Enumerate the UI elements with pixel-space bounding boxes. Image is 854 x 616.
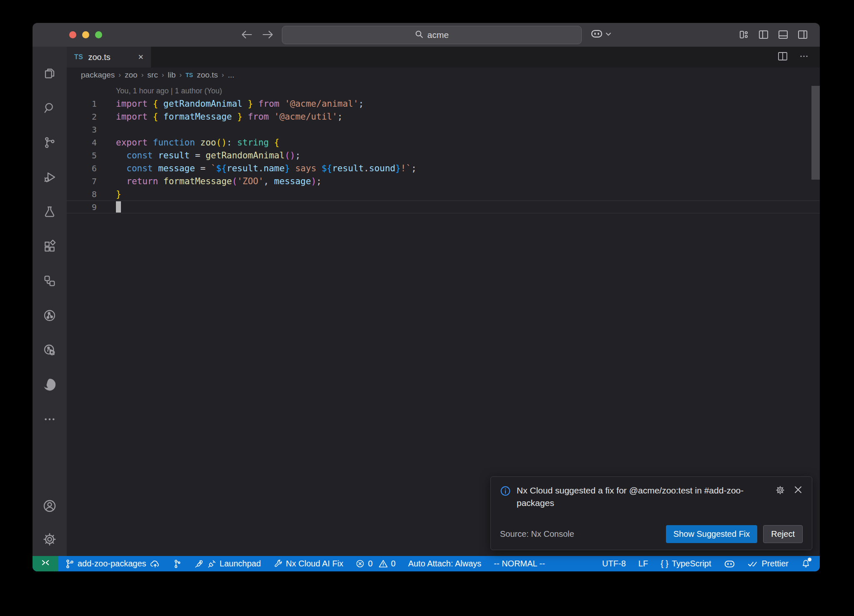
testing-icon[interactable]	[37, 194, 62, 229]
extensions-icon[interactable]	[37, 229, 62, 263]
git-graph-icon	[173, 559, 181, 569]
line-number: 8	[67, 189, 97, 199]
notifications-bell[interactable]	[801, 559, 811, 568]
chevron-right-icon: ›	[141, 71, 144, 79]
toggle-panel-icon[interactable]	[778, 29, 789, 40]
remote-indicator[interactable]	[33, 556, 58, 571]
git-graph-indicator[interactable]	[173, 559, 181, 569]
auto-attach-label: Auto Attach: Always	[408, 559, 482, 568]
code-line[interactable]: 9	[67, 200, 820, 213]
nx-graph-search-icon[interactable]	[37, 333, 62, 367]
run-debug-icon[interactable]	[37, 160, 62, 194]
accounts-icon[interactable]	[37, 489, 62, 523]
git-branch-icon	[65, 559, 74, 569]
settings-gear-icon[interactable]	[37, 523, 62, 556]
copilot-status[interactable]	[724, 559, 735, 568]
error-count: 0	[368, 559, 372, 568]
tab-label: zoo.ts	[88, 53, 110, 62]
branch-indicator[interactable]: add-zoo-packages	[65, 559, 161, 569]
auto-attach-indicator[interactable]: Auto Attach: Always	[408, 559, 482, 568]
code-line[interactable]: 8}	[67, 188, 820, 200]
launchpad-indicator[interactable]: Launchpad	[194, 559, 261, 569]
copilot-menu[interactable]	[590, 28, 611, 40]
line-number: 9	[67, 202, 97, 212]
nx-cloud-ai-fix-indicator[interactable]: Nx Cloud AI Fix	[274, 559, 344, 568]
remote-icon	[40, 558, 50, 569]
formatter-indicator[interactable]: Prettier	[748, 559, 789, 568]
edge-tools-icon[interactable]	[37, 367, 62, 402]
more-actions-icon[interactable]	[799, 51, 809, 63]
code-line[interactable]: 2import { formatMessage } from '@acme/ut…	[67, 110, 820, 123]
source-control-icon[interactable]	[37, 125, 62, 160]
forward-button[interactable]	[262, 29, 274, 40]
line-number: 5	[67, 150, 97, 160]
code-line[interactable]: 5 const result = getRandomAnimal();	[67, 149, 820, 162]
back-button[interactable]	[241, 29, 253, 40]
window-controls	[69, 31, 102, 38]
tab-bar: TS zoo.ts ×	[67, 47, 820, 68]
chevron-right-icon: ›	[179, 71, 182, 79]
minimize-window-button[interactable]	[82, 31, 89, 38]
vim-mode-indicator[interactable]: -- NORMAL --	[494, 559, 545, 568]
chevron-down-icon	[605, 30, 611, 38]
notification-dot	[808, 558, 811, 561]
gitlens-blame-annotation[interactable]: You, 1 hour ago | 1 author (You)	[67, 85, 820, 97]
encoding-indicator[interactable]: UTF-8	[602, 559, 626, 568]
code-line[interactable]: 3	[67, 123, 820, 136]
status-bar: add-zoo-packages Launchpad	[33, 556, 820, 571]
notification-source: Source: Nx Console	[500, 529, 574, 539]
breadcrumb-item[interactable]: zoo	[125, 70, 138, 80]
warning-count: 0	[391, 559, 396, 568]
typescript-file-icon: TS	[74, 53, 83, 61]
code-line[interactable]: 7 return formatMessage('ZOO', message);	[67, 175, 820, 188]
search-value: acme	[427, 30, 449, 40]
problems-indicator[interactable]: 0 0	[356, 559, 395, 568]
eol-indicator[interactable]: LF	[638, 559, 648, 568]
editor-scrollbar[interactable]	[811, 86, 820, 180]
breadcrumb-item[interactable]: lib	[168, 70, 176, 80]
breadcrumb: packages › zoo › src › lib › TS zoo.ts ›…	[67, 68, 820, 83]
notification-toast: Nx Cloud suggested a fix for @acme/zoo:t…	[490, 476, 812, 550]
code-line[interactable]: 1import { getRandomAnimal } from '@acme/…	[67, 97, 820, 110]
code-line[interactable]: 4export function zoo(): string {	[67, 136, 820, 149]
explorer-icon[interactable]	[37, 56, 62, 90]
nx-console-icon[interactable]	[37, 263, 62, 298]
language-mode-indicator[interactable]: { } TypeScript	[661, 559, 711, 568]
tab-close-icon[interactable]: ×	[138, 53, 143, 62]
breadcrumb-item[interactable]: src	[147, 70, 158, 80]
vim-mode-label: -- NORMAL --	[494, 559, 545, 568]
notification-settings-gear-icon[interactable]	[775, 485, 785, 497]
breadcrumb-item[interactable]: packages	[81, 70, 115, 80]
nx-graph-icon[interactable]	[37, 298, 62, 333]
more-views-icon[interactable]	[37, 402, 62, 436]
line-number: 6	[67, 163, 97, 173]
zoom-window-button[interactable]	[95, 31, 102, 38]
show-suggested-fix-button[interactable]: Show Suggested Fix	[666, 525, 757, 543]
breadcrumb-item[interactable]: zoo.ts	[197, 70, 218, 80]
tab-zoo-ts[interactable]: TS zoo.ts ×	[67, 47, 151, 68]
breadcrumb-item[interactable]: ...	[228, 70, 234, 80]
toggle-primary-sidebar-icon[interactable]	[758, 29, 769, 40]
formatter-label: Prettier	[762, 559, 789, 568]
braces-icon: { }	[661, 559, 668, 568]
typescript-file-icon: TS	[186, 72, 193, 78]
warning-icon	[379, 559, 388, 568]
customize-layout-icon[interactable]	[738, 29, 749, 40]
close-window-button[interactable]	[69, 31, 76, 38]
toggle-secondary-sidebar-icon[interactable]	[797, 29, 808, 40]
rocket-icon	[194, 559, 204, 569]
double-check-icon	[748, 560, 759, 568]
notification-close-icon[interactable]	[794, 485, 803, 496]
code-line[interactable]: 6 const message = `${result.name} says $…	[67, 162, 820, 175]
chevron-right-icon: ›	[118, 71, 121, 79]
split-editor-icon[interactable]	[777, 51, 788, 63]
reject-button[interactable]: Reject	[763, 525, 803, 543]
line-number: 7	[67, 176, 97, 186]
search-view-icon[interactable]	[37, 90, 62, 125]
titlebar: acme	[33, 23, 820, 47]
copilot-icon	[724, 559, 735, 568]
line-number: 1	[67, 99, 97, 109]
info-icon	[500, 484, 511, 510]
command-center-search[interactable]: acme	[282, 26, 582, 44]
editor-cursor	[116, 201, 121, 213]
